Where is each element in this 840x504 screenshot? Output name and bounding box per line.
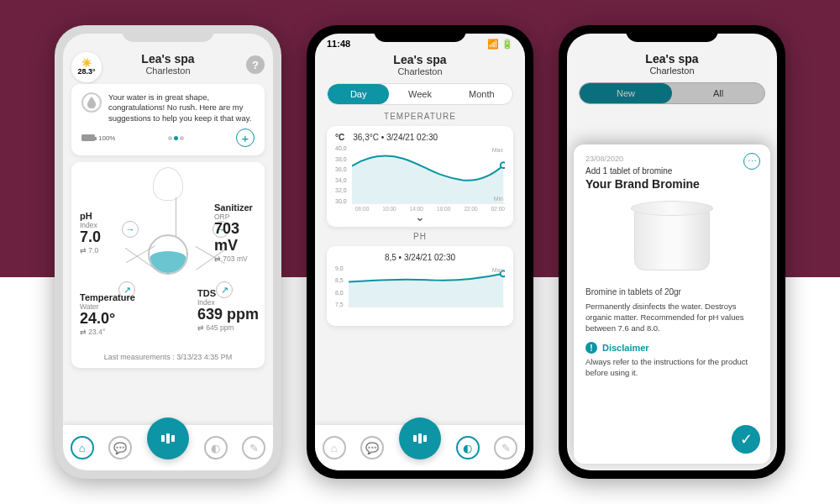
tab-week[interactable]: Week bbox=[389, 84, 450, 104]
more-icon[interactable]: ⋯ bbox=[743, 153, 760, 170]
tip-card[interactable]: Your water is in great shape, congratula… bbox=[71, 84, 265, 155]
status-time: 11:48 bbox=[327, 39, 350, 50]
svg-rect-6 bbox=[418, 433, 422, 444]
tab-day[interactable]: Day bbox=[328, 84, 389, 104]
help-icon[interactable]: ? bbox=[246, 55, 265, 74]
unit: °C bbox=[335, 133, 344, 142]
product-name: Your Brand Bromine bbox=[585, 177, 759, 191]
arrow-icon: → bbox=[122, 221, 139, 238]
svg-point-3 bbox=[500, 162, 505, 168]
disclaimer-text: Always refer to the instructions for the… bbox=[585, 357, 759, 379]
metric-target: ⇄ 7.0 bbox=[80, 246, 101, 255]
tab-month[interactable]: Month bbox=[451, 84, 512, 104]
product-weight: Bromine in tablets of 20gr bbox=[585, 287, 759, 297]
nav-chat-icon[interactable]: 💬 bbox=[108, 436, 132, 459]
phone-charts: 11:48 📶 🔋 Lea's spa Charleston Day Week … bbox=[307, 25, 533, 479]
metric-value: 639 ppm bbox=[197, 307, 259, 323]
chevron-down-icon[interactable]: ⌄ bbox=[335, 210, 505, 223]
svg-rect-2 bbox=[171, 435, 175, 442]
filter-tabs: New All bbox=[579, 82, 765, 104]
nav-home-icon[interactable]: ⌂ bbox=[323, 436, 346, 459]
range-tabs: Day Week Month bbox=[327, 83, 513, 105]
metric-sanitizer[interactable]: Sanitizer ORP 703 mV ⇄ 703 mV bbox=[214, 202, 265, 263]
metric-label: pH bbox=[80, 211, 101, 221]
chart-temperature[interactable]: °C 36,3°C • 3/24/21 02:30 40,038,036,034… bbox=[327, 126, 513, 227]
phone-dashboard: ☀️ 28.3° Lea's spa Charleston ? Your wat… bbox=[55, 25, 281, 479]
bottom-nav: ⌂ 💬 ◐ ✎ bbox=[315, 425, 525, 470]
metric-value: 24.0° bbox=[80, 311, 135, 328]
svg-rect-1 bbox=[166, 433, 170, 444]
y-axis: 40,038,036,034,032,030,0 bbox=[335, 145, 347, 204]
battery-pct: 100% bbox=[98, 134, 115, 142]
svg-rect-5 bbox=[413, 435, 417, 442]
y-axis: 9,08,58,07,5 bbox=[335, 265, 344, 307]
metric-tds[interactable]: TDS Index 639 ppm ⇄ 645 ppm bbox=[197, 288, 259, 332]
battery-indicator: 100% bbox=[81, 134, 115, 142]
bottom-nav: ⌂ 💬 ◐ ✎ bbox=[63, 425, 273, 470]
metric-value: 7.0 bbox=[80, 229, 101, 246]
min-label: Min bbox=[494, 196, 503, 202]
nav-center-button[interactable] bbox=[147, 417, 189, 459]
tab-new[interactable]: New bbox=[580, 83, 672, 103]
metric-value: 703 mV bbox=[214, 221, 265, 255]
metrics-card: → → ↗ ↗ pH Index 7.0 ⇄ 7.0 Sanitizer ORP… bbox=[71, 162, 265, 368]
svg-rect-7 bbox=[423, 435, 427, 442]
max-label: Max bbox=[492, 267, 503, 273]
metric-label: TDS bbox=[197, 288, 259, 298]
metric-label: Temperature bbox=[80, 292, 135, 302]
sheet-action: Add 1 tablet of bromine bbox=[585, 166, 759, 176]
confirm-button[interactable]: ✓ bbox=[732, 425, 760, 454]
metric-target: ⇄ 703 mV bbox=[214, 255, 265, 263]
svg-rect-0 bbox=[161, 435, 165, 442]
nav-edit-icon[interactable]: ✎ bbox=[494, 436, 517, 459]
metric-label: Sanitizer bbox=[214, 202, 265, 213]
chart-reading: 8,5 • 3/24/21 02:30 bbox=[385, 253, 455, 262]
product-image bbox=[634, 207, 710, 270]
pool-title: Lea's spa bbox=[567, 52, 777, 66]
plot-area: Max bbox=[349, 265, 505, 307]
weather-badge[interactable]: ☀️ 28.3° bbox=[71, 52, 102, 82]
status-icons: 📶 🔋 bbox=[487, 39, 513, 50]
phone-notch bbox=[122, 25, 214, 42]
chart-ph[interactable]: 8,5 • 3/24/21 02:30 9,08,58,07,5 Max bbox=[327, 246, 513, 326]
metric-temperature[interactable]: Temperature Water 24.0° ⇄ 23.4° bbox=[80, 292, 135, 336]
plot-area: Max Min bbox=[352, 145, 505, 204]
nav-chat-icon[interactable]: 💬 bbox=[360, 436, 384, 459]
metric-target: ⇄ 645 ppm bbox=[197, 323, 259, 332]
info-icon: ! bbox=[585, 342, 597, 354]
nav-home-icon[interactable]: ⌂ bbox=[71, 436, 94, 459]
product-desc: Permanently disinfects the water. Destro… bbox=[585, 302, 759, 333]
page-dots[interactable] bbox=[167, 134, 185, 142]
pool-location: Charleston bbox=[567, 66, 777, 76]
max-label: Max bbox=[492, 147, 503, 153]
phone-notch bbox=[626, 25, 718, 42]
sheet-date: 23/08/2020 bbox=[585, 155, 759, 163]
tip-text: Your water is in great shape, congratula… bbox=[108, 92, 255, 123]
pool-title: Lea's spa bbox=[315, 53, 525, 66]
nav-center-button[interactable] bbox=[399, 417, 441, 459]
disclaimer-label: Disclaimer bbox=[602, 343, 649, 353]
metric-ph[interactable]: pH Index 7.0 ⇄ 7.0 bbox=[80, 211, 101, 255]
device-icon bbox=[153, 167, 183, 201]
sun-icon: ☀️ bbox=[81, 59, 92, 67]
weather-temp: 28.3° bbox=[77, 67, 95, 76]
phone-product: Lea's spa Charleston New All 23/08/2020 … bbox=[559, 25, 785, 479]
tab-all[interactable]: All bbox=[672, 83, 764, 103]
section-temperature: TEMPERATURE bbox=[315, 112, 525, 121]
product-sheet: 23/08/2020 ⋯ Add 1 tablet of bromine You… bbox=[574, 144, 770, 464]
pool-location: Charleston bbox=[315, 66, 525, 76]
nav-gauge-icon[interactable]: ◐ bbox=[204, 436, 228, 459]
metric-target: ⇄ 23.4° bbox=[80, 328, 135, 336]
last-measurement: Last measurements : 3/13/23 4:35 PM bbox=[71, 353, 265, 361]
chart-reading: 36,3°C • 3/24/21 02:30 bbox=[353, 133, 438, 142]
add-icon[interactable]: + bbox=[236, 129, 255, 147]
nav-edit-icon[interactable]: ✎ bbox=[242, 436, 265, 459]
phone-notch bbox=[374, 25, 466, 42]
section-ph: PH bbox=[315, 232, 525, 241]
nav-gauge-icon[interactable]: ◐ bbox=[456, 436, 480, 459]
drop-icon bbox=[81, 92, 102, 113]
